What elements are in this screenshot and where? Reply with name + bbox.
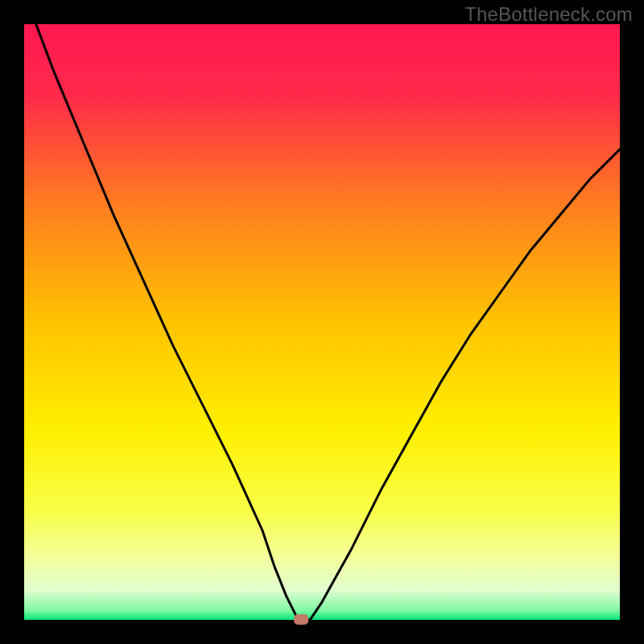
plot-background xyxy=(24,24,620,620)
optimal-marker xyxy=(294,614,308,625)
watermark-label: TheBottleneck.com xyxy=(464,3,633,26)
bottleneck-chart xyxy=(0,0,644,644)
chart-container: TheBottleneck.com xyxy=(0,0,644,644)
